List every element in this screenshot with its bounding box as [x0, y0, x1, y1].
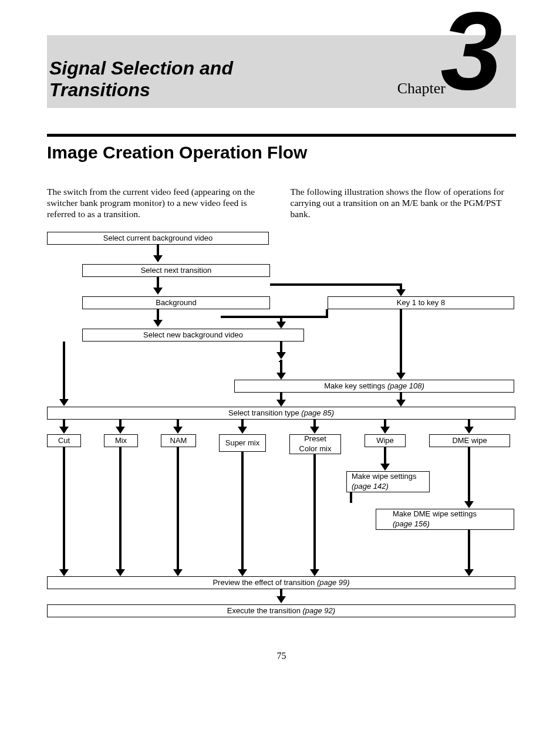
box-make-wipe-settings: Make wipe settings (page 142): [346, 471, 430, 492]
box-make-dme-wipe-settings: Make DME wipe settings (page 156): [376, 509, 514, 530]
svg-text:3: 3: [440, 1, 502, 113]
chapter-banner: Signal Selection and Transitions Chapter…: [47, 35, 516, 108]
chapter-title-line1: Signal Selection and: [49, 58, 233, 79]
box-dme-wipe: DME wipe: [429, 434, 510, 447]
svg-marker-36: [464, 427, 474, 434]
section-heading: Image Creation Operation Flow: [47, 143, 516, 163]
svg-marker-14: [276, 352, 286, 359]
label: Mix: [115, 436, 127, 445]
svg-marker-53: [464, 569, 474, 576]
label-l1: Preset: [304, 434, 326, 444]
svg-marker-44: [238, 569, 247, 576]
label: Select current background video: [103, 234, 212, 243]
box-wipe: Wipe: [365, 434, 406, 447]
chapter-title-line2: Transitions: [49, 79, 150, 100]
box-super-mix: Super mix: [219, 434, 266, 452]
section-rule: [47, 134, 516, 137]
svg-marker-10: [276, 322, 286, 329]
label: Select next transition: [141, 266, 212, 275]
box-preview: Preview the effect of transition (page 9…: [47, 576, 515, 589]
ref: (page 142): [352, 482, 389, 491]
svg-marker-30: [238, 427, 247, 434]
ref: (page 156): [393, 519, 430, 529]
label: Make DME wipe settings: [393, 509, 477, 519]
page-number: 75: [47, 651, 516, 661]
svg-marker-50: [464, 501, 474, 508]
svg-marker-38: [59, 569, 69, 576]
box-select-next-transition: Select next transition: [82, 264, 270, 277]
label: Super mix: [225, 438, 260, 448]
label: Preview the effect of transition (page 9…: [212, 578, 349, 587]
svg-marker-32: [310, 427, 319, 434]
box-key1-8: Key 1 to key 8: [328, 296, 514, 309]
svg-marker-18: [276, 373, 286, 380]
svg-marker-2: [153, 255, 163, 262]
label: Execute the transition (page 92): [227, 606, 335, 616]
box-mix: Mix: [104, 434, 138, 447]
label: Background: [156, 298, 196, 307]
box-select-transition-type: Select transition type (page 85): [47, 407, 515, 420]
box-select-new-bg: Select new background video: [82, 329, 304, 342]
svg-marker-40: [116, 569, 125, 576]
label: Make key settings (page 108): [324, 381, 424, 391]
label: Select new background video: [143, 330, 243, 340]
box-nam: NAM: [161, 434, 196, 447]
svg-marker-4: [153, 288, 163, 295]
chapter-number: 3: [437, 1, 519, 113]
svg-marker-48: [380, 464, 390, 471]
svg-marker-46: [310, 569, 319, 576]
box-make-key-settings: Make key settings (page 108): [234, 380, 514, 393]
label: Cut: [58, 436, 70, 445]
svg-marker-26: [116, 427, 125, 434]
intro-col-right: The following illustration shows the flo…: [291, 186, 517, 220]
flowchart: Select current background video Select n…: [47, 232, 516, 631]
box-preset-color-mix: Preset Color mix: [289, 434, 341, 454]
svg-marker-55: [276, 596, 286, 603]
svg-marker-6: [396, 289, 406, 296]
box-execute: Execute the transition (page 92): [47, 604, 515, 617]
box-cut: Cut: [47, 434, 81, 447]
svg-marker-34: [380, 427, 390, 434]
label: Select transition type (page 85): [228, 408, 334, 418]
svg-marker-20: [276, 400, 286, 407]
svg-marker-22: [396, 400, 406, 407]
intro-columns: The switch from the current video feed (…: [47, 186, 516, 220]
label: Wipe: [376, 436, 394, 445]
svg-marker-8: [153, 320, 163, 327]
svg-marker-24: [59, 427, 69, 434]
label: Key 1 to key 8: [397, 298, 445, 307]
box-select-current-bg: Select current background video: [47, 232, 269, 245]
label: DME wipe: [452, 436, 487, 445]
svg-marker-28: [173, 427, 183, 434]
label: NAM: [170, 436, 187, 445]
svg-marker-16: [59, 399, 69, 406]
intro-col-left: The switch from the current video feed (…: [47, 186, 273, 220]
svg-marker-42: [173, 569, 183, 576]
box-background: Background: [82, 296, 270, 309]
label: Make wipe settings: [352, 472, 417, 481]
svg-marker-12: [396, 373, 406, 380]
label-l2: Color mix: [299, 444, 332, 454]
